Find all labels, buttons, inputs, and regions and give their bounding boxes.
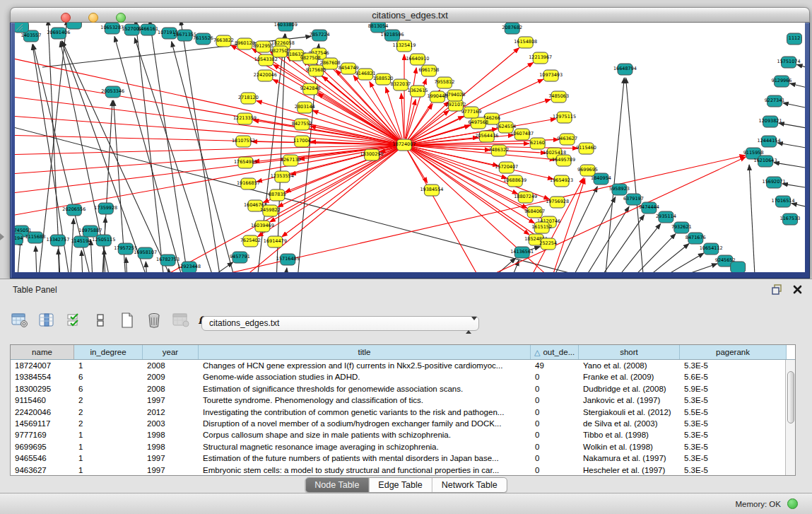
table-cell: 5.3E-5 <box>680 452 787 464</box>
table-cell: 1998 <box>143 429 199 440</box>
table-cell: 2 <box>74 418 143 429</box>
table-cell: 2 <box>74 395 143 406</box>
table-cell: 0 <box>531 441 579 452</box>
table-row[interactable]: 977716911998Corpus callosum shape and si… <box>11 429 795 440</box>
tab-edge-table[interactable]: Edge Table <box>369 478 432 492</box>
scrollbar-thumb[interactable] <box>787 371 794 424</box>
table-cell: Changes of HCN gene expression and I(f) … <box>199 360 531 371</box>
table-cell: Estimation of the future numbers of pati… <box>199 452 531 464</box>
column-header-out_de[interactable]: △out_de... <box>531 345 579 359</box>
table-row[interactable]: 1872400712008Changes of HCN gene express… <box>11 360 795 371</box>
table-selector-value: citations_edges.txt <box>209 318 279 328</box>
tab-network-table[interactable]: Network Table <box>433 478 507 492</box>
table-cell: Stergiakouli et al. (2012) <box>579 407 680 418</box>
column-header-title[interactable]: title <box>199 345 531 359</box>
table-cell: 1997 <box>143 395 199 406</box>
table-cell: Yano et al. (2008) <box>579 360 680 371</box>
table-row[interactable]: 2242004622012Investigating the contribut… <box>11 407 795 418</box>
table-cell: 1 <box>74 441 143 452</box>
select-checks-icon[interactable] <box>64 310 83 330</box>
column-header-year[interactable]: year <box>143 345 199 359</box>
table-cell: 22420046 <box>11 407 74 418</box>
table-cell: 49 <box>531 360 579 371</box>
table-row[interactable]: 946362711997Embryonic stem cells: a mode… <box>11 465 795 476</box>
table-cell: 1 <box>74 429 143 440</box>
network-canvas[interactable]: 1872400789601238912955182260589827505818… <box>15 23 805 272</box>
table-cell: 1 <box>74 360 143 371</box>
table-cell: 19384554 <box>11 371 74 382</box>
panel-collapse-arrow-icon[interactable] <box>0 233 4 240</box>
table-cell: 9699695 <box>11 441 74 452</box>
table-body: 1872400712008Changes of HCN gene express… <box>11 360 795 476</box>
table-cell: 1997 <box>143 465 199 476</box>
table-row[interactable]: 1830029562008Estimation of significance … <box>11 383 795 395</box>
column-header-pagerank[interactable]: pagerank <box>680 345 787 359</box>
float-panel-icon[interactable] <box>771 284 783 296</box>
memory-status-icon[interactable] <box>787 498 798 509</box>
table-cell: de Silva et al. (2003) <box>579 418 680 429</box>
table-cell: 5.3E-5 <box>680 441 787 452</box>
table-cell: 18724007 <box>11 360 74 371</box>
table-cell: 6 <box>74 383 143 395</box>
memory-status-label: Memory: OK <box>735 500 781 508</box>
table-cell: 9777169 <box>11 429 74 440</box>
window-titlebar[interactable]: citations_edges.txt <box>10 7 810 23</box>
table-cell: 9463627 <box>11 465 74 476</box>
table-cell: Tibbo et al. (1998) <box>579 429 680 440</box>
tab-node-table[interactable]: Node Table <box>305 478 369 492</box>
table-cell: 18300295 <box>11 383 74 395</box>
column-header-short[interactable]: short <box>579 345 680 359</box>
table-toolbar: f(x) <box>10 309 218 332</box>
column-header-in_degree[interactable]: in_degree <box>74 345 143 359</box>
table-cell: 5.6E-5 <box>680 371 787 382</box>
table-cell: Embryonic stem cells: a model to study s… <box>199 465 531 476</box>
table-cell: 0 <box>531 452 579 464</box>
table-cell: 0 <box>531 371 579 382</box>
table-cell: 0 <box>531 407 579 418</box>
table-cell: 0 <box>531 383 579 395</box>
table-cell: 2 <box>74 407 143 418</box>
table-cell: Tourette syndrome. Phenomenology and cla… <box>199 395 531 406</box>
table-cell: 2003 <box>143 418 199 429</box>
table-selector-combobox[interactable]: citations_edges.txt <box>201 316 479 331</box>
minimize-window-icon[interactable] <box>88 13 98 23</box>
new-table-icon[interactable] <box>117 310 137 330</box>
close-window-icon[interactable] <box>61 13 71 23</box>
table-cell: 14569117 <box>11 418 74 429</box>
table-row[interactable]: 969969511998Structural magnetic resonanc… <box>11 441 795 452</box>
delete-table-icon[interactable] <box>144 310 164 330</box>
row-height-icon[interactable] <box>90 310 110 330</box>
table-cell: 2008 <box>143 383 199 395</box>
table-cell: Structural magnetic resonance image aver… <box>199 441 531 452</box>
table-cell: 5.9E-5 <box>680 383 787 395</box>
table-cell: 5.3E-5 <box>680 360 787 371</box>
table-panel: Table Panel <box>0 279 812 493</box>
vertical-scrollbar[interactable] <box>785 360 795 475</box>
table-cell: Corpus callosum shape and size in male p… <box>199 429 531 440</box>
table-cell: 9115460 <box>11 395 74 406</box>
sort-ascending-icon: △ <box>534 348 540 357</box>
table-row[interactable]: 911546021997Tourette syndrome. Phenomeno… <box>11 395 795 406</box>
table-cell: 0 <box>531 465 579 476</box>
show-columns-icon[interactable] <box>37 310 57 330</box>
table-cell: 2009 <box>143 371 199 382</box>
table-cell: 9465546 <box>11 452 74 464</box>
table-cell: 0 <box>531 418 579 429</box>
zoom-window-icon[interactable] <box>116 13 126 23</box>
table-cell: Franke et al. (2009) <box>579 371 680 382</box>
table-cell: 1998 <box>143 441 199 452</box>
table-row[interactable]: 1938455462009Genome-wide association stu… <box>11 371 795 382</box>
table-row[interactable]: 1456911722003Disruption of a novel membe… <box>11 418 795 429</box>
table-settings-icon[interactable] <box>10 310 30 330</box>
status-bar: Memory: OK <box>0 493 812 514</box>
import-table-disabled-icon <box>171 310 191 330</box>
table-row[interactable]: 946554611997Estimation of the future num… <box>11 452 795 464</box>
resize-grip-icon[interactable] <box>15 23 805 272</box>
table-cell: Nakamura et al. (1997) <box>579 452 680 464</box>
table-cell: Dudbridge et al. (2008) <box>579 383 680 395</box>
table-cell: Estimation of significance thresholds fo… <box>199 383 531 395</box>
close-panel-icon[interactable] <box>793 285 802 294</box>
table-tabs: Node TableEdge TableNetwork Table <box>305 477 507 493</box>
column-header-name[interactable]: name <box>11 345 74 359</box>
table-cell: 5.3E-5 <box>680 395 787 406</box>
